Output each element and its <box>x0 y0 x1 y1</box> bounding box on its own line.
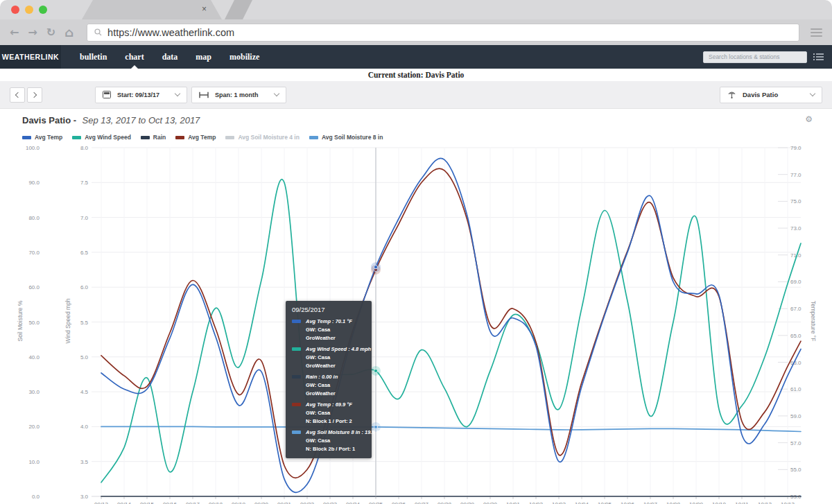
tooltip-swatch <box>292 403 301 406</box>
weatherlink-logo[interactable]: WEATHERLINK <box>0 45 61 69</box>
tooltip-date: 09/25/2017 <box>292 306 365 313</box>
browser-menu-icon[interactable] <box>811 28 822 37</box>
legend-swatch <box>175 136 184 139</box>
svg-text:70.0: 70.0 <box>28 250 40 256</box>
legend-swatch <box>309 136 318 139</box>
minimize-window-button[interactable] <box>25 6 33 14</box>
legend-item[interactable]: Rain <box>141 134 166 141</box>
svg-text:10/04: 10/04 <box>575 501 589 504</box>
svg-text:65.0: 65.0 <box>790 333 801 339</box>
legend-item[interactable]: Avg Temp <box>175 134 216 141</box>
legend-item[interactable]: Avg Soil Moisture 4 in <box>225 134 299 141</box>
close-window-button[interactable] <box>11 6 19 14</box>
svg-text:57.0: 57.0 <box>790 440 801 446</box>
svg-text:90.0: 90.0 <box>28 180 40 186</box>
prev-period-button[interactable] <box>10 87 25 103</box>
svg-text:10.0: 10.0 <box>28 459 40 465</box>
browser-window: × ← → ↻ ⌂ https://www.weatherlink.com WE… <box>0 0 832 504</box>
station-list-icon[interactable] <box>813 53 824 61</box>
svg-text:3.0: 3.0 <box>80 494 89 500</box>
svg-text:59.0: 59.0 <box>790 413 801 419</box>
reload-icon[interactable]: ↻ <box>46 27 55 38</box>
start-date-label: Start: 09/13/17 <box>117 92 159 98</box>
legend-item[interactable]: Avg Temp <box>22 134 62 141</box>
svg-text:10/13: 10/13 <box>781 501 795 504</box>
forward-icon[interactable]: → <box>28 27 37 38</box>
svg-text:09/20: 09/20 <box>254 501 269 504</box>
window-controls[interactable] <box>11 6 47 14</box>
address-bar[interactable]: https://www.weatherlink.com <box>87 24 799 42</box>
back-icon[interactable]: ← <box>10 27 19 38</box>
legend-label: Avg Temp <box>188 134 216 141</box>
svg-text:10/01: 10/01 <box>506 501 521 504</box>
nav-item-data[interactable]: data <box>153 45 187 69</box>
tooltip-entry: Avg Soil Moisture 8 in : 19.9 %GW: CasaN… <box>292 429 365 452</box>
nav-item-bulletin[interactable]: bulletin <box>71 45 116 69</box>
svg-text:10/11: 10/11 <box>735 501 749 504</box>
chevron-down-icon <box>273 91 279 96</box>
next-period-button[interactable] <box>27 87 42 103</box>
tooltip-swatch <box>292 347 301 351</box>
legend-item[interactable]: Avg Wind Speed <box>72 134 131 141</box>
svg-text:5.5: 5.5 <box>80 320 89 326</box>
chart-tooltip: 09/25/2017 Avg Temp : 70.1 °FGW: CasaGro… <box>286 301 372 458</box>
nav-item-map[interactable]: map <box>187 45 220 69</box>
svg-text:4.5: 4.5 <box>80 389 89 395</box>
start-date-dropdown[interactable]: Start: 09/13/17 <box>95 87 187 103</box>
svg-text:09/16: 09/16 <box>163 501 177 504</box>
svg-text:10/09: 10/09 <box>689 501 704 504</box>
legend-item[interactable]: Avg Soil Moisture 8 in <box>309 134 383 141</box>
svg-text:09/14: 09/14 <box>117 501 132 504</box>
browser-tab[interactable]: × <box>82 0 222 19</box>
span-label: Span: 1 month <box>215 92 259 98</box>
legend-label: Avg Wind Speed <box>85 134 131 141</box>
svg-text:80.0: 80.0 <box>28 215 40 221</box>
svg-text:77.0: 77.0 <box>790 172 801 178</box>
svg-text:10/07: 10/07 <box>643 501 658 504</box>
nav-item-chart[interactable]: chart <box>116 45 153 69</box>
home-icon[interactable]: ⌂ <box>64 26 73 39</box>
chevron-down-icon <box>175 91 180 96</box>
svg-text:09/15: 09/15 <box>140 501 155 504</box>
svg-text:09/24: 09/24 <box>346 501 361 504</box>
tab-close-icon[interactable]: × <box>202 4 207 14</box>
svg-text:20.0: 20.0 <box>28 424 40 430</box>
svg-text:10/10: 10/10 <box>712 501 727 504</box>
svg-text:100.0: 100.0 <box>26 145 40 151</box>
svg-text:79.0: 79.0 <box>790 145 801 151</box>
tooltip-swatch <box>292 431 301 434</box>
svg-text:10/06: 10/06 <box>621 501 635 504</box>
svg-text:10/03: 10/03 <box>552 501 566 504</box>
svg-text:6.0: 6.0 <box>80 284 89 290</box>
svg-text:8.0: 8.0 <box>80 145 89 151</box>
svg-text:30.0: 30.0 <box>28 389 40 395</box>
svg-text:09/29: 09/29 <box>460 501 475 504</box>
span-dropdown[interactable]: Span: 1 month <box>191 87 286 103</box>
svg-text:09/18: 09/18 <box>209 501 223 504</box>
zoom-window-button[interactable] <box>39 6 47 14</box>
span-icon <box>199 92 209 98</box>
tooltip-entry: Rain : 0.00 inGW: CasaGroWeather <box>292 374 365 397</box>
url-text: https://www.weatherlink.com <box>107 27 234 38</box>
tooltip-entry: Avg Temp : 70.1 °FGW: CasaGroWeather <box>292 318 365 341</box>
svg-text:0.0: 0.0 <box>32 494 40 500</box>
svg-text:3.5: 3.5 <box>80 459 89 465</box>
new-tab-button[interactable] <box>225 0 252 19</box>
svg-text:Wind Speed mph: Wind Speed mph <box>64 298 71 343</box>
svg-text:61.0: 61.0 <box>790 386 801 392</box>
nav-menu: bulletinchartdatamapmobilize <box>71 45 268 69</box>
browser-tab-bar: × <box>0 0 832 19</box>
svg-text:09/25: 09/25 <box>369 501 383 504</box>
nav-item-mobilize[interactable]: mobilize <box>220 45 268 69</box>
svg-text:69.0: 69.0 <box>790 279 801 285</box>
station-antenna-icon <box>727 90 736 99</box>
svg-text:09/27: 09/27 <box>415 501 429 504</box>
chart-plot-area[interactable]: 79.077.075.073.071.069.067.065.063.061.0… <box>0 141 832 504</box>
legend-label: Avg Temp <box>35 134 62 141</box>
chart-settings-gear-icon[interactable]: ⚙ <box>805 114 813 124</box>
svg-text:09/17: 09/17 <box>186 501 200 504</box>
station-selector-dropdown[interactable]: Davis Patio <box>720 87 822 103</box>
svg-text:09/22: 09/22 <box>300 501 315 504</box>
svg-text:40.0: 40.0 <box>28 354 40 360</box>
search-input[interactable] <box>703 51 807 63</box>
